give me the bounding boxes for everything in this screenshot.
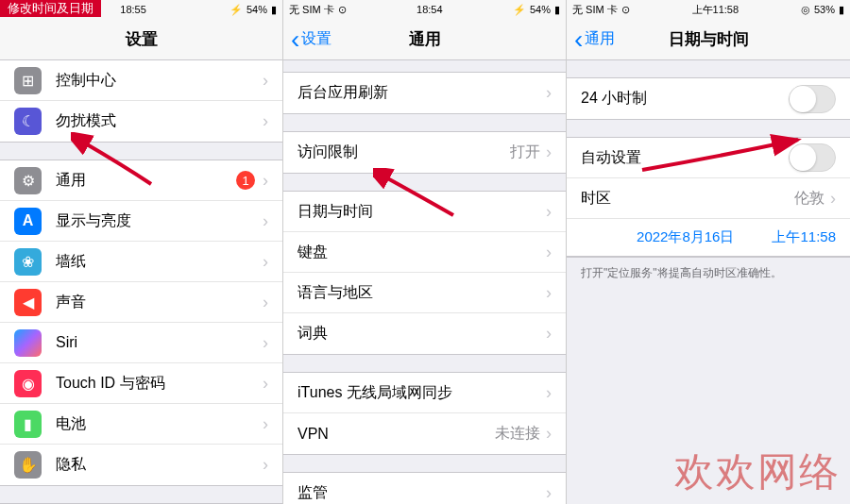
status-time: 上午11:58: [692, 3, 740, 17]
nav-bar: 通用 日期与时间: [567, 19, 850, 60]
row-privacy[interactable]: ✋ 隐私 ›: [0, 445, 282, 485]
chevron-icon: ›: [263, 211, 268, 231]
row-label: Siri: [56, 334, 263, 351]
row-label: 后台应用刷新: [298, 83, 546, 103]
row-label: 勿扰模式: [56, 111, 263, 131]
row-language[interactable]: 语言与地区 ›: [283, 273, 566, 313]
row-battery[interactable]: ▮ 电池 ›: [0, 404, 282, 445]
banner: 修改时间及日期: [0, 0, 101, 17]
chevron-icon: ›: [263, 171, 268, 191]
chevron-icon: ›: [263, 455, 268, 475]
row-label: 24 小时制: [581, 89, 789, 109]
chevron-icon: ›: [546, 283, 552, 303]
row-vpn[interactable]: VPN 未连接 ›: [283, 413, 566, 454]
chevron-icon: ›: [263, 374, 268, 394]
row-label: 墙纸: [56, 252, 263, 272]
chevron-icon: ›: [546, 383, 552, 403]
chevron-icon: ›: [830, 189, 836, 209]
row-touchid[interactable]: ◉ Touch ID 与密码 ›: [0, 363, 282, 404]
row-label: iTunes 无线局域网同步: [298, 383, 546, 403]
control-center-icon: ⊞: [14, 67, 42, 94]
row-label: 时区: [581, 189, 794, 209]
row-general[interactable]: ⚙ 通用 1 ›: [0, 160, 282, 201]
nav-bar: 设置: [0, 19, 282, 60]
screen-datetime: 无 SIM 卡 ⊙ 上午11:58 ◎ 53% ▮ 通用 日期与时间 24 小时…: [567, 0, 850, 504]
row-bg-refresh[interactable]: 后台应用刷新 ›: [283, 73, 566, 113]
status-time: 18:54: [416, 4, 443, 15]
siri-icon: [14, 329, 42, 357]
row-control-center[interactable]: ⊞ 控制中心 ›: [0, 60, 282, 101]
chevron-icon: ›: [263, 333, 268, 353]
current-time: 上午11:58: [772, 228, 836, 246]
row-auto-set[interactable]: 自动设置: [567, 138, 850, 178]
footer-note: 打开"定位服务"将提高自动时区准确性。: [567, 258, 850, 289]
group-datetime: 日期与时间 › 键盘 › 语言与地区 › 词典 ›: [283, 191, 566, 355]
row-display[interactable]: A 显示与亮度 ›: [0, 201, 282, 242]
screen-settings: 修改时间及日期 ●●●●● 18:55 ⚡ 54% ▮ 设置 ⊞ 控制中心 › …: [0, 0, 283, 504]
badge: 1: [236, 171, 255, 190]
row-dnd[interactable]: ☾ 勿扰模式 ›: [0, 101, 282, 142]
status-battery: ◎ 53% ▮: [801, 4, 844, 16]
dnd-icon: ☾: [14, 108, 42, 135]
screen-general: 无 SIM 卡 ⊙ 18:54 ⚡ 54% ▮ 设置 通用 后台应用刷新 › 访…: [283, 0, 567, 504]
row-timezone[interactable]: 时区 伦敦 ›: [567, 178, 850, 219]
status-carrier: 无 SIM 卡 ⊙: [572, 3, 630, 17]
status-bar: 无 SIM 卡 ⊙ 上午11:58 ◎ 53% ▮: [567, 0, 850, 19]
row-keyboard[interactable]: 键盘 ›: [283, 232, 566, 273]
row-supervision[interactable]: 监管 ›: [283, 473, 566, 504]
group-restrictions: 访问限制 打开 ›: [283, 131, 566, 174]
row-dictionary[interactable]: 词典 ›: [283, 313, 566, 354]
row-label: 通用: [56, 171, 236, 191]
row-label: 语言与地区: [298, 283, 546, 303]
row-itunes-sync[interactable]: iTunes 无线局域网同步 ›: [283, 373, 566, 413]
group-control: ⊞ 控制中心 › ☾ 勿扰模式 ›: [0, 60, 282, 143]
row-current-datetime[interactable]: 2022年8月16日 上午11:58: [567, 219, 850, 257]
toggle-auto[interactable]: [789, 143, 836, 172]
group-sync: iTunes 无线局域网同步 › VPN 未连接 ›: [283, 372, 566, 455]
row-sound[interactable]: ◀ 声音 ›: [0, 282, 282, 323]
row-label: 日期与时间: [298, 202, 546, 222]
nav-title: 通用: [409, 28, 441, 50]
chevron-icon: ›: [546, 202, 552, 222]
chevron-icon: ›: [263, 111, 268, 131]
row-label: 电池: [56, 414, 263, 434]
status-time: 18:55: [120, 4, 146, 15]
row-restrictions[interactable]: 访问限制 打开 ›: [283, 132, 566, 173]
chevron-icon: ›: [546, 324, 552, 344]
row-label: 键盘: [298, 243, 546, 262]
touchid-icon: ◉: [14, 370, 42, 397]
status-battery: ⚡ 54% ▮: [230, 4, 277, 16]
back-button[interactable]: 设置: [291, 29, 332, 49]
general-icon: ⚙: [14, 167, 42, 194]
row-label: Touch ID 与密码: [56, 374, 263, 394]
group-general: ⚙ 通用 1 › A 显示与亮度 › ❀ 墙纸 › ◀ 声音 ›: [0, 160, 282, 486]
row-label: 访问限制: [298, 143, 510, 162]
watermark: 欢欢网络: [674, 445, 841, 498]
row-24h[interactable]: 24 小时制: [567, 78, 850, 119]
group-supervision: 监管 ›: [283, 472, 566, 504]
row-detail: 伦敦: [794, 189, 824, 209]
current-date: 2022年8月16日: [637, 228, 734, 246]
toggle-24h[interactable]: [789, 85, 836, 113]
status-carrier: 无 SIM 卡 ⊙: [289, 3, 347, 17]
row-datetime[interactable]: 日期与时间 ›: [283, 192, 566, 232]
chevron-icon: ›: [546, 483, 552, 503]
row-siri[interactable]: Siri ›: [0, 323, 282, 363]
sound-icon: ◀: [14, 289, 42, 316]
row-label: 词典: [298, 324, 546, 344]
row-label: 监管: [298, 483, 546, 503]
row-wallpaper[interactable]: ❀ 墙纸 ›: [0, 242, 282, 282]
row-detail: 打开: [510, 143, 540, 162]
nav-title: 日期与时间: [669, 28, 749, 50]
chevron-icon: ›: [546, 83, 552, 103]
status-battery: ⚡ 54% ▮: [513, 4, 560, 16]
back-button[interactable]: 通用: [574, 29, 615, 49]
row-label: VPN: [298, 426, 495, 443]
chevron-icon: ›: [263, 252, 268, 272]
wallpaper-icon: ❀: [14, 248, 42, 276]
chevron-icon: ›: [263, 414, 268, 434]
row-label: 控制中心: [56, 71, 263, 91]
group-bg: 后台应用刷新 ›: [283, 72, 566, 114]
chevron-icon: ›: [263, 293, 268, 312]
battery-icon: ▮: [14, 411, 42, 438]
